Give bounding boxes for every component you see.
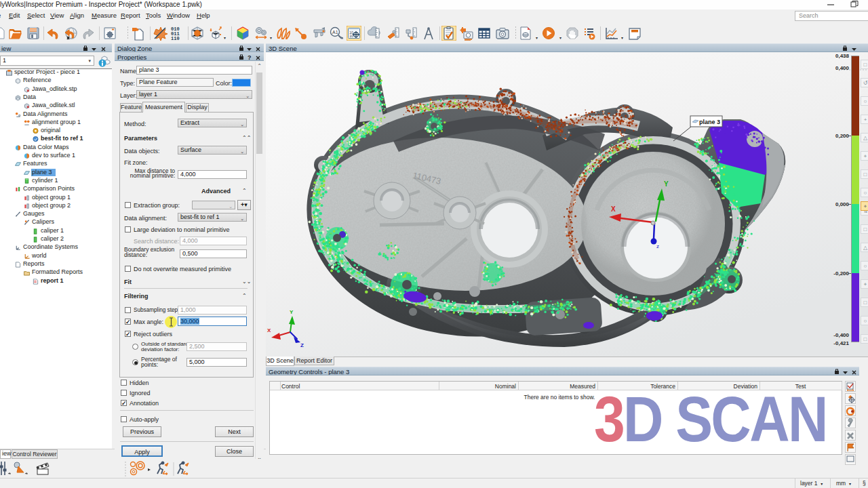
svg-text:X: X — [611, 205, 616, 213]
svg-text:Y: Y — [664, 180, 669, 188]
svg-text:A1: A1 — [332, 30, 338, 35]
svg-text:110: 110 — [171, 36, 180, 41]
svg-text:Y: Y — [290, 309, 294, 315]
svg-text:X: X — [267, 327, 271, 333]
svg-text:?: ? — [248, 54, 252, 60]
svg-text:plane 3: plane 3 — [699, 119, 720, 125]
svg-text:Z: Z — [300, 342, 304, 348]
svg-text:z: z — [656, 243, 659, 249]
